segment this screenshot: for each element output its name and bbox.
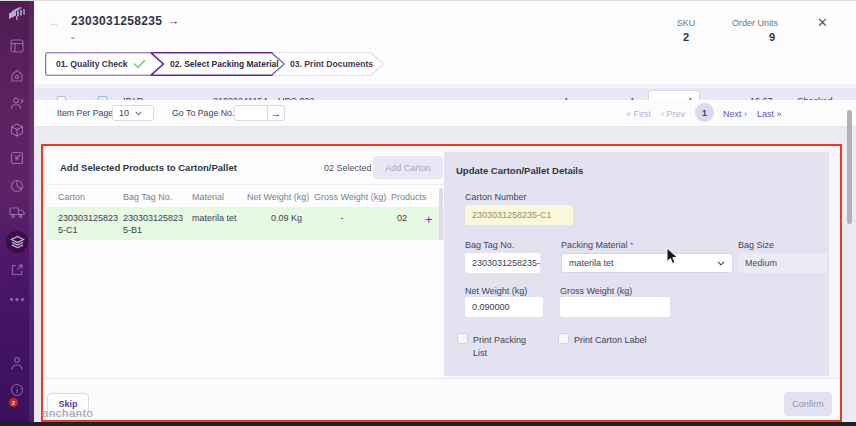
- qty-input[interactable]: 1: [648, 90, 700, 100]
- step-quality-check[interactable]: 01. Quality Check: [45, 52, 166, 76]
- icon-graphic: [10, 151, 24, 165]
- qty-checked: 1: [630, 88, 635, 100]
- net-weight-label: Net Weight (kg): [465, 286, 527, 296]
- print-carton-label-label: Print Carton Label: [574, 334, 647, 347]
- product-status: Checked: [797, 88, 833, 100]
- pie-chart-icon[interactable]: [0, 179, 34, 193]
- title-subtext-dash: [71, 37, 75, 39]
- step-label: 02. Select Packing Material: [170, 52, 279, 76]
- anchanto-watermark: anchanto: [42, 407, 93, 419]
- pagination-first[interactable]: « First: [626, 109, 651, 119]
- items-per-page-value: 10: [119, 108, 129, 118]
- window-bottom-edge: [0, 422, 856, 426]
- table-scrollbar-thumb[interactable]: [439, 188, 443, 240]
- goto-arrow-icon: →: [271, 107, 282, 119]
- page-scrollbar-thumb[interactable]: [847, 110, 852, 224]
- goto-page-button[interactable]: →: [268, 105, 285, 121]
- packing-material-value: materila tet: [569, 258, 614, 268]
- step-label: 01. Quality Check: [56, 52, 128, 76]
- carton-list-title: Add Selected Products to Carton/Pallet: [60, 162, 237, 173]
- print-packing-list-label: Print Packing List: [473, 334, 531, 359]
- anchanto-logo-icon[interactable]: [0, 7, 34, 23]
- gross-weight-cell: -: [327, 212, 357, 224]
- dialog-footer: Skip Confirm: [43, 378, 840, 420]
- pagination-next[interactable]: Next ›: [723, 109, 747, 119]
- expand-row-icon[interactable]: +: [425, 212, 433, 227]
- forward-arrow-icon[interactable]: →: [167, 14, 180, 28]
- sku-stat: SKU 2: [668, 18, 704, 43]
- mouse-cursor: [666, 247, 679, 265]
- step-label: 03. Print Documents: [290, 52, 373, 76]
- chevron-down-icon: [135, 111, 142, 116]
- bag-size-label: Bag Size: [738, 240, 774, 250]
- icon-graphic: [10, 263, 24, 277]
- info-icon[interactable]: [0, 383, 34, 397]
- product-price: 16.67: [750, 88, 773, 100]
- items-per-page-select[interactable]: 10: [112, 105, 154, 121]
- bag-size-value: Medium: [745, 258, 777, 268]
- confirm-button[interactable]: Confirm: [784, 392, 832, 416]
- print-packing-list-checkbox[interactable]: [457, 333, 468, 344]
- product-table-clipped: IPAD 21020241154 UPC 002 1 1 1 16.67 Che…: [34, 85, 856, 100]
- net-weight-value: 0.090000: [472, 302, 510, 312]
- icon-graphic: [10, 39, 24, 53]
- gross-weight-input[interactable]: [560, 297, 670, 317]
- product-row[interactable]: IPAD 21020241154 UPC 002 1 1 1 16.67 Che…: [34, 88, 856, 100]
- sidebar: 2: [0, 0, 34, 422]
- product-sku: 21020241154: [213, 88, 267, 100]
- bag-tag-label: Bag Tag No.: [465, 240, 514, 250]
- product-image-thumb: [93, 93, 112, 100]
- window-top-border: [0, 0, 856, 1]
- package-icon[interactable]: [0, 123, 34, 137]
- carton-number-field[interactable]: 2303031258235-C1: [465, 205, 573, 225]
- user-icon[interactable]: [0, 356, 34, 371]
- bag-size-field: Medium: [738, 253, 827, 273]
- col-products: Products: [391, 192, 427, 202]
- truck-icon[interactable]: [0, 205, 34, 219]
- icon-graphic: [10, 356, 24, 371]
- add-carton-button[interactable]: Add Carton: [373, 156, 443, 179]
- items-per-page-label: Item Per Page: [57, 108, 113, 118]
- net-weight-input[interactable]: 0.090000: [465, 297, 543, 317]
- goto-page-label: Go To Page No.: [172, 108, 234, 118]
- col-net-weight: Net Weight (kg): [247, 192, 309, 202]
- pagination-last[interactable]: Last »: [757, 109, 782, 119]
- bag-tag-input[interactable]: 2303031258235-: [465, 253, 540, 273]
- pagination-current-page[interactable]: 1: [695, 103, 714, 122]
- sku-value: 2: [668, 31, 704, 43]
- carton-row[interactable]: 2303031258235-C1 2303031258235-B1 materi…: [47, 207, 446, 240]
- sku-label: SKU: [668, 18, 704, 28]
- close-icon[interactable]: ✕: [817, 15, 828, 30]
- step-select-packing-material[interactable]: 02. Select Packing Material: [150, 52, 286, 76]
- print-carton-label-checkbox[interactable]: [558, 333, 569, 344]
- update-panel-title: Update Carton/Pallet Details: [456, 165, 583, 176]
- users-icon[interactable]: [0, 96, 34, 110]
- qty-ordered: 1: [564, 88, 569, 100]
- carton-number-value: 2303031258235-C1: [472, 210, 552, 220]
- more-dots-icon[interactable]: [0, 297, 34, 302]
- icon-graphic: [10, 123, 24, 137]
- back-arrow-icon[interactable]: ←: [49, 16, 60, 28]
- notification-badge: 2: [9, 398, 18, 407]
- import-icon[interactable]: [0, 151, 34, 165]
- gross-weight-label: Gross Weight (kg): [560, 286, 632, 296]
- layers-icon[interactable]: [0, 235, 34, 250]
- icon-graphic: [10, 96, 25, 110]
- col-gross-weight: Gross Weight (kg): [314, 192, 386, 202]
- icon-graphic: [8, 7, 26, 23]
- carton-cell: 2303031258235-C1: [58, 212, 120, 236]
- page-title: 2303031258235: [71, 14, 162, 28]
- packing-material-select[interactable]: materila tet: [561, 253, 733, 273]
- order-units-stat: Order Units 9: [727, 18, 783, 43]
- col-carton: Carton: [58, 192, 85, 202]
- icon-graphic: [10, 179, 24, 193]
- icon-graphic: [9, 297, 25, 302]
- home-icon[interactable]: [0, 69, 34, 83]
- header-bar: ← 2303031258235 → SKU 2 Order Units 9 ✕: [34, 1, 856, 48]
- pagination-prev[interactable]: ‹ Prev: [661, 109, 685, 119]
- icon-graphic: [10, 235, 25, 250]
- step-print-documents[interactable]: 03. Print Documents: [272, 52, 387, 76]
- layout-icon[interactable]: [0, 39, 34, 53]
- external-link-icon[interactable]: [0, 263, 34, 277]
- goto-page-input[interactable]: [234, 105, 268, 121]
